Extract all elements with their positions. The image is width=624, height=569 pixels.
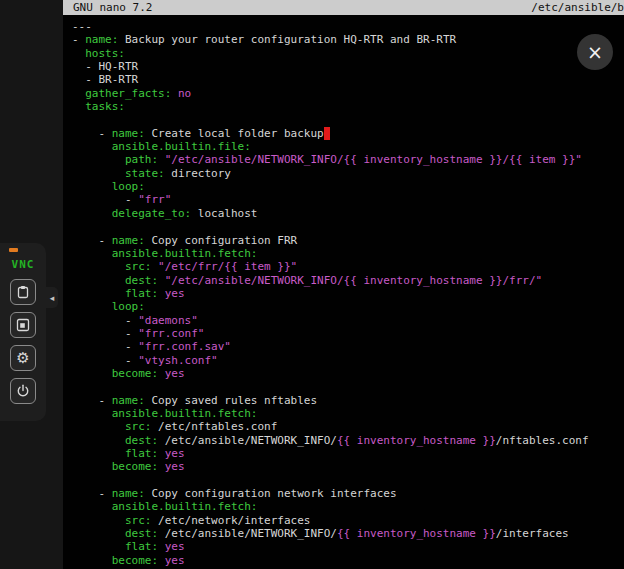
control-bar-handle[interactable]: ◂	[46, 287, 58, 308]
code-line: flat: yes	[72, 287, 624, 300]
settings-button[interactable]: ⚙	[10, 345, 36, 371]
vnc-logo: VNC	[6, 248, 40, 272]
nano-file-path: /etc/ansible/b	[531, 0, 624, 15]
code-line: become: yes	[72, 367, 624, 380]
code-line: - "frr.conf.sav"	[72, 340, 624, 353]
code-line: src: /etc/network/interfaces	[72, 514, 624, 527]
code-line: ansible.builtin.fetch:	[72, 500, 624, 513]
code-line: dest: /etc/ansible/NETWORK_INFO/{{ inven…	[72, 527, 624, 540]
code-line: - name: Create local folder backup	[72, 127, 624, 140]
terminal-window[interactable]: GNU nano 7.2 /etc/ansible/b ---- name: B…	[63, 0, 624, 569]
code-line	[72, 113, 624, 126]
code-line: state: directory	[72, 167, 624, 180]
code-line: - name: Copy saved rules nftables	[72, 394, 624, 407]
code-line: - BR-RTR	[72, 73, 624, 86]
code-line: loop:	[72, 300, 624, 313]
code-line: - "frr.conf"	[72, 327, 624, 340]
fullscreen-button[interactable]	[10, 312, 36, 338]
code-line: dest: /etc/ansible/NETWORK_INFO/{{ inven…	[72, 434, 624, 447]
code-line: ---	[72, 20, 624, 33]
power-icon	[16, 384, 30, 398]
code-line: flat: yes	[72, 540, 624, 553]
code-line: - "daemons"	[72, 314, 624, 327]
gear-icon: ⚙	[16, 351, 29, 366]
code-line: loop:	[72, 180, 624, 193]
clipboard-icon	[16, 285, 30, 299]
vnc-logo-text: VNC	[12, 258, 35, 271]
code-line: src: /etc/nftables.conf	[72, 420, 624, 433]
code-line: become: yes	[72, 554, 624, 567]
clipboard-button[interactable]	[10, 279, 36, 305]
code-line: - name: Copy configuration FRR	[72, 234, 624, 247]
vnc-panel: VNC ⚙	[0, 243, 46, 421]
fullscreen-icon	[16, 318, 30, 332]
close-button[interactable]: ×	[577, 34, 613, 70]
nano-app-title: GNU nano 7.2	[73, 0, 152, 15]
vnc-logo-accent	[9, 248, 18, 252]
collapse-arrow-icon: ◂	[50, 293, 55, 303]
code-line: - HQ-RTR	[72, 60, 624, 73]
code-line: delegate_to: localhost	[72, 207, 624, 220]
code-line	[72, 380, 624, 393]
code-line: flat: yes	[72, 447, 624, 460]
code-line	[72, 220, 624, 233]
nano-titlebar: GNU nano 7.2 /etc/ansible/b	[63, 0, 624, 15]
close-icon: ×	[587, 41, 603, 63]
code-line: dest: "/etc/ansible/NETWORK_INFO/{{ inve…	[72, 274, 624, 287]
code-line: - name: Copy configuration network inter…	[72, 487, 624, 500]
vnc-control-bar: VNC ⚙	[0, 0, 63, 569]
code-line: - name: Backup your router configuration…	[72, 33, 624, 46]
code-line: ansible.builtin.fetch:	[72, 407, 624, 420]
editor-content[interactable]: ---- name: Backup your router configurat…	[63, 15, 624, 567]
code-line: - "vtysh.conf"	[72, 354, 624, 367]
code-line: - "frr"	[72, 193, 624, 206]
code-line: tasks:	[72, 100, 624, 113]
code-line: ansible.builtin.fetch:	[72, 247, 624, 260]
code-line: path: "/etc/ansible/NETWORK_INFO/{{ inve…	[72, 153, 624, 166]
code-line: become: yes	[72, 460, 624, 473]
code-line: src: "/etc/frr/{{ item }}"	[72, 260, 624, 273]
code-line: ansible.builtin.file:	[72, 140, 624, 153]
power-button[interactable]	[10, 378, 36, 404]
code-line: gather_facts: no	[72, 87, 624, 100]
code-line	[72, 474, 624, 487]
desktop: VNC ⚙	[0, 0, 624, 569]
code-line: hosts:	[72, 47, 624, 60]
